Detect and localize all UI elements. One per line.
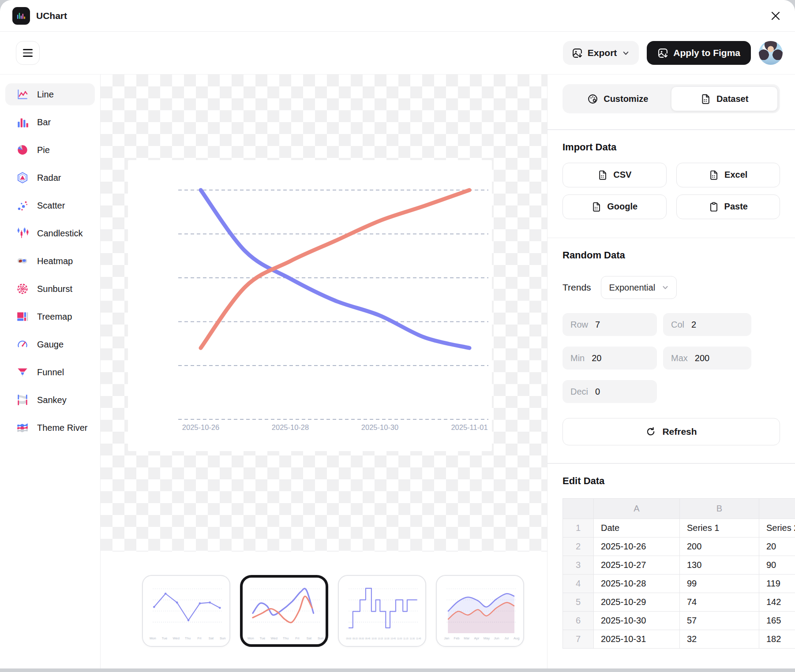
sheet-row[interactable]: 1DateSeries 1Series 2 xyxy=(563,519,795,537)
refresh-button[interactable]: Refresh xyxy=(562,418,780,445)
heatmap-chart-icon xyxy=(16,254,29,268)
import-excel-button[interactable]: Excel xyxy=(676,163,780,187)
line-chart: 2025-10-262025-10-282025-10-302025-11-01 xyxy=(128,160,492,451)
row-field[interactable]: Row7 xyxy=(562,313,657,336)
sidebar-item-label: Radar xyxy=(37,173,61,183)
trends-label: Trends xyxy=(562,282,591,293)
carousel-thumb-area-preview[interactable]: JanFebMarAprMayJunJulAug xyxy=(436,575,524,647)
svg-text:11:30: 11:30 xyxy=(410,638,415,640)
panel-tabbar: Customize Dataset xyxy=(562,84,780,113)
sunburst-chart-icon xyxy=(16,282,29,295)
sidebar-item-heatmap[interactable]: Heatmap xyxy=(5,250,95,272)
sidebar-item-label: Gauge xyxy=(37,340,64,350)
col-field[interactable]: Col2 xyxy=(663,313,751,336)
sidebar-item-radar[interactable]: Radar xyxy=(5,167,95,189)
palette-icon xyxy=(587,93,598,105)
sidebar-item-scatter[interactable]: Scatter xyxy=(5,194,95,217)
svg-text:Fri: Fri xyxy=(296,637,300,641)
scatter-chart-icon xyxy=(16,199,29,212)
radar-chart-icon xyxy=(16,171,29,184)
sidebar-item-theme-river[interactable]: Theme River xyxy=(5,417,95,439)
max-field[interactable]: Max200 xyxy=(663,347,751,370)
svg-text:Jan: Jan xyxy=(444,637,449,641)
svg-text:Feb: Feb xyxy=(454,637,460,641)
svg-text:Jun: Jun xyxy=(494,637,499,641)
trends-select[interactable]: Exponential xyxy=(601,276,677,299)
sidebar-item-label: Pie xyxy=(37,145,50,155)
svg-text:Aug: Aug xyxy=(514,637,519,641)
svg-text:11:00: 11:00 xyxy=(397,638,402,640)
sheet-row[interactable]: 42025-10-2899119 xyxy=(563,574,795,593)
candlestick-chart-icon xyxy=(16,227,29,240)
chart-type-sidebar: LineBarPieRadarScatterCandlestickHeatmap… xyxy=(0,75,101,668)
svg-text:Sat: Sat xyxy=(307,637,312,641)
sidebar-item-label: Scatter xyxy=(37,201,65,211)
sheet-row[interactable]: 62025-10-3057165 xyxy=(563,611,795,630)
sidebar-item-label: Line xyxy=(37,90,54,100)
svg-text:Sun: Sun xyxy=(318,637,323,641)
carousel-thumb-line-preview[interactable]: MonTueWedThuFriSatSun xyxy=(142,575,230,647)
import-paste-button[interactable]: Paste xyxy=(676,194,780,219)
step-line-preview-thumbnail: 09:0009:1509:3009:4510:0010:1510:3010:45… xyxy=(342,580,422,643)
line-preview-thumbnail: MonTueWedThuFriSatSun xyxy=(146,580,226,643)
svg-text:11:15: 11:15 xyxy=(403,638,409,640)
theme-river-chart-icon xyxy=(16,421,29,434)
svg-text:10:00: 10:00 xyxy=(371,638,377,640)
document-icon xyxy=(591,202,602,212)
svg-text:Thu: Thu xyxy=(185,637,191,641)
sidebar-item-funnel[interactable]: Funnel xyxy=(5,361,95,383)
carousel-thumb-step-line-preview[interactable]: 09:0009:1509:3009:4510:0010:1510:3010:45… xyxy=(338,575,426,647)
svg-text:09:30: 09:30 xyxy=(359,638,364,640)
sheet-row[interactable]: 32025-10-2713090 xyxy=(563,556,795,574)
sheet-row[interactable]: 52025-10-2974142 xyxy=(563,593,795,611)
tab-dataset[interactable]: Dataset xyxy=(671,86,778,111)
import-google-button[interactable]: Google xyxy=(562,194,667,219)
sheet-row[interactable]: 72025-10-3132182 xyxy=(563,630,795,648)
sidebar-item-sunburst[interactable]: Sunburst xyxy=(5,278,95,300)
sheet-row[interactable]: 22025-10-2620020 xyxy=(563,537,795,556)
svg-text:11:45: 11:45 xyxy=(416,638,421,640)
dataset-panel: Customize Dataset Import Data xyxy=(547,75,795,668)
sidebar-item-candlestick[interactable]: Candlestick xyxy=(5,222,95,244)
sidebar-item-label: Heatmap xyxy=(37,256,73,266)
svg-text:2025-10-30: 2025-10-30 xyxy=(361,423,398,431)
sidebar-item-treemap[interactable]: Treemap xyxy=(5,306,95,328)
bar-chart-icon xyxy=(16,116,29,129)
sidebar-item-sankey[interactable]: Sankey xyxy=(5,389,95,411)
sidebar-item-line[interactable]: Line xyxy=(5,83,95,105)
toolbar: Export Apply to Figma xyxy=(0,32,795,74)
sidebar-item-label: Theme River xyxy=(37,423,87,433)
sidebar-item-label: Funnel xyxy=(37,367,64,377)
sidebar-item-pie[interactable]: Pie xyxy=(5,139,95,161)
gauge-chart-icon xyxy=(16,338,29,351)
svg-text:10:45: 10:45 xyxy=(390,638,396,640)
svg-text:May: May xyxy=(484,637,490,641)
tab-customize[interactable]: Customize xyxy=(565,86,671,111)
sidebar-item-label: Candlestick xyxy=(37,228,82,239)
treemap-chart-icon xyxy=(16,310,29,323)
deci-field[interactable]: Deci0 xyxy=(562,380,657,403)
avatar[interactable] xyxy=(759,41,783,65)
dataset-file-icon xyxy=(700,93,711,105)
svg-text:09:00: 09:00 xyxy=(346,638,352,640)
import-csv-button[interactable]: CSV xyxy=(562,163,667,187)
funnel-chart-icon xyxy=(16,366,29,379)
data-spreadsheet[interactable]: AB1DateSeries 1Series 222025-10-26200203… xyxy=(562,498,795,649)
carousel-thumb-smooth-line-preview[interactable]: MonTueWedThuFriSatSun xyxy=(240,575,328,647)
min-field[interactable]: Min20 xyxy=(562,347,657,370)
svg-text:Tue: Tue xyxy=(161,637,167,641)
sidebar-item-label: Bar xyxy=(37,117,51,127)
close-icon[interactable] xyxy=(769,9,783,23)
svg-text:09:15: 09:15 xyxy=(352,638,358,640)
export-button[interactable]: Export xyxy=(563,41,639,65)
svg-text:Apr: Apr xyxy=(474,637,479,641)
sidebar-item-gauge[interactable]: Gauge xyxy=(5,333,95,355)
chart-preview-card[interactable]: 2025-10-262025-10-282025-10-302025-11-01 xyxy=(128,160,492,451)
sidebar-item-label: Sunburst xyxy=(37,284,72,294)
menu-icon[interactable] xyxy=(16,41,40,65)
sidebar-item-bar[interactable]: Bar xyxy=(5,111,95,133)
svg-text:Wed: Wed xyxy=(173,637,180,641)
apply-to-figma-button[interactable]: Apply to Figma xyxy=(647,41,751,65)
svg-text:09:45: 09:45 xyxy=(365,638,371,640)
template-carousel: ← MonTueWedThuFriSatSunMonTueWedThuFriSa… xyxy=(101,575,547,647)
